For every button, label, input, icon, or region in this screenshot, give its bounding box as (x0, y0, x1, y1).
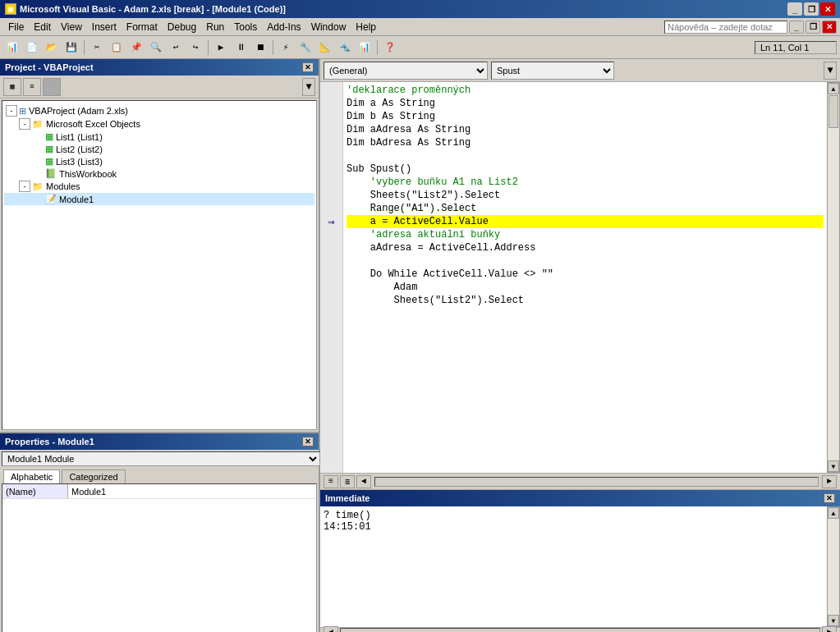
tree-item-modules[interactable]: - 📁 Modules (4, 180, 314, 193)
toolbar-save[interactable]: 💾 (62, 39, 80, 57)
tree-item-list2[interactable]: ▦ List2 (List2) (4, 143, 314, 155)
module1-label: Module1 (59, 195, 94, 204)
tab-categorized[interactable]: Categorized (62, 469, 125, 483)
menu-view[interactable]: View (56, 20, 87, 34)
excel-objects-label: Microsoft Excel Objects (46, 119, 140, 129)
properties-panel-close[interactable]: ✕ (302, 437, 314, 447)
code-line-6 (347, 149, 824, 163)
tree-item-vbaproject[interactable]: - ⊞ VBAProject (Adam 2.xls) (4, 104, 314, 117)
code-hscroll-right[interactable]: ► (822, 475, 837, 488)
scroll-up-btn[interactable]: ▲ (828, 83, 839, 94)
project-view-btn1[interactable]: ▦ (3, 78, 21, 96)
tree-item-list3[interactable]: ▦ List3 (List3) (4, 155, 314, 167)
toolbar-sep2 (208, 40, 209, 55)
project-scroll-down[interactable]: ▼ (302, 78, 315, 96)
immediate-vscrollbar[interactable]: ▲ ▼ (827, 506, 840, 627)
code-editor: ⇒ 'deklarace proměnných Dim a As String … (320, 82, 840, 473)
toolbar-play[interactable]: ▶ (212, 39, 230, 57)
tree-item-list1[interactable]: ▦ List1 (List1) (4, 131, 314, 143)
menu-debug[interactable]: Debug (163, 20, 201, 34)
menu-file[interactable]: File (3, 20, 29, 34)
code-toolbar-btn2[interactable]: ≣ (340, 475, 355, 488)
toolbar-excel-icon[interactable]: 📊 (3, 39, 21, 57)
toolbar-pause[interactable]: ⏸ (232, 39, 250, 57)
immediate-line-2: 14:15:01 (324, 521, 824, 533)
code-procedure-select[interactable]: Spust (491, 62, 614, 80)
imm-scroll-down[interactable]: ▼ (828, 615, 839, 626)
module-select[interactable]: Module1 Module (2, 451, 320, 466)
scroll-down-btn[interactable]: ▼ (828, 460, 839, 472)
code-line-7: Sub Spust() (347, 163, 824, 176)
help-search-minimize[interactable]: _ (789, 21, 804, 34)
toolbar-open[interactable]: 📂 (43, 39, 61, 57)
properties-panel-title: Properties - Module1 (5, 437, 94, 447)
code-hscrollbar[interactable] (374, 477, 819, 487)
immediate-content[interactable]: ? time() 14:15:01 (320, 506, 827, 627)
code-content[interactable]: 'deklarace proměnných Dim a As String Di… (343, 82, 827, 473)
properties-panel: Properties - Module1 ✕ Module1 Module Al… (0, 432, 319, 632)
menu-run[interactable]: Run (201, 20, 229, 34)
toolbar-debug3[interactable]: 📐 (316, 39, 334, 57)
code-line-9: Sheets("List2").Select (347, 189, 824, 202)
scroll-thumb[interactable] (829, 95, 838, 128)
immediate-close[interactable]: ✕ (824, 493, 835, 503)
menu-format[interactable]: Format (122, 20, 163, 34)
tree-expand-excel-objects[interactable]: - (19, 118, 30, 130)
tree-expand-vbaproject[interactable]: - (6, 105, 17, 117)
toolbar-debug4[interactable]: 🔩 (336, 39, 354, 57)
props-key-name: (Name) (2, 484, 68, 498)
help-search-restore[interactable]: ❐ (806, 21, 820, 34)
project-panel-title: Project - VBAProject (5, 62, 94, 72)
help-search: _ ❐ ✕ (664, 21, 837, 34)
project-view-btn3[interactable] (43, 78, 61, 96)
code-toolbar-btn1[interactable]: ≡ (324, 475, 338, 488)
project-panel-header: Project - VBAProject ✕ (0, 59, 319, 76)
toolbar-help[interactable]: ❓ (381, 39, 399, 57)
code-object-select[interactable]: (General) (324, 62, 488, 80)
menu-insert[interactable]: Insert (87, 20, 122, 34)
list1-label: List1 (List1) (56, 132, 103, 142)
toolbar-redo[interactable]: ↪ (186, 39, 204, 57)
imm-scroll-up[interactable]: ▲ (828, 507, 839, 519)
toolbar-copy[interactable]: 📋 (108, 39, 126, 57)
menu-tools[interactable]: Tools (229, 20, 262, 34)
close-button[interactable]: ✕ (820, 2, 835, 16)
help-search-input[interactable] (664, 21, 787, 34)
tree-item-thisworkbook[interactable]: 📗 ThisWorkbook (4, 167, 314, 180)
help-search-close[interactable]: ✕ (822, 21, 837, 34)
tree-item-excel-objects[interactable]: - 📁 Microsoft Excel Objects (4, 117, 314, 131)
project-panel-close[interactable]: ✕ (302, 62, 314, 72)
imm-hscroll-left[interactable]: ◄ (324, 626, 338, 633)
menu-help[interactable]: Help (351, 20, 381, 34)
properties-tabs: Alphabetic Categorized (0, 468, 319, 483)
tree-expand-modules[interactable]: - (19, 181, 30, 192)
menu-window[interactable]: Window (306, 20, 351, 34)
menu-addins[interactable]: Add-Ins (262, 20, 305, 34)
code-vscrollbar[interactable]: ▲ ▼ (827, 82, 840, 473)
menu-edit[interactable]: Edit (29, 20, 56, 34)
toolbar-debug2[interactable]: 🔧 (296, 39, 314, 57)
imm-hscroll-right[interactable]: ► (822, 626, 837, 633)
tab-alphabetic[interactable]: Alphabetic (3, 469, 60, 483)
toolbar-undo[interactable]: ↩ (167, 39, 185, 57)
restore-button[interactable]: ❐ (804, 2, 819, 16)
code-gutter: ⇒ (320, 82, 343, 473)
project-view-btn2[interactable]: ≡ (23, 78, 41, 96)
code-header-scroll[interactable]: ▼ (824, 62, 837, 80)
minimize-button[interactable]: _ (787, 2, 802, 16)
toolbar-find[interactable]: 🔍 (147, 39, 165, 57)
toolbar-debug1[interactable]: ⚡ (277, 39, 295, 57)
toolbar-new[interactable]: 📄 (23, 39, 41, 57)
toolbar-paste[interactable]: 📌 (127, 39, 145, 57)
project-tree[interactable]: - ⊞ VBAProject (Adam 2.xls) - 📁 Microsof… (2, 100, 317, 430)
tree-item-module1[interactable]: 📝 Module1 (4, 193, 314, 205)
immediate-hscrollbar[interactable]: ◄ ► (320, 627, 840, 632)
main-toolbar: 📊 📄 📂 💾 ✂ 📋 📌 🔍 ↩ ↪ ▶ ⏸ ⏹ ⚡ 🔧 📐 🔩 📊 ❓ Ln… (0, 36, 840, 59)
toolbar-stop[interactable]: ⏹ (251, 39, 269, 57)
toolbar-debug5[interactable]: 📊 (356, 39, 374, 57)
imm-hscrollbar-track[interactable] (340, 628, 820, 633)
title-text: Microsoft Visual Basic - Adam 2.xls [bre… (20, 4, 286, 14)
code-toolbar-btn3[interactable]: ◄ (356, 475, 371, 488)
code-line-3: Dim b As String (347, 110, 824, 123)
toolbar-cut[interactable]: ✂ (88, 39, 106, 57)
